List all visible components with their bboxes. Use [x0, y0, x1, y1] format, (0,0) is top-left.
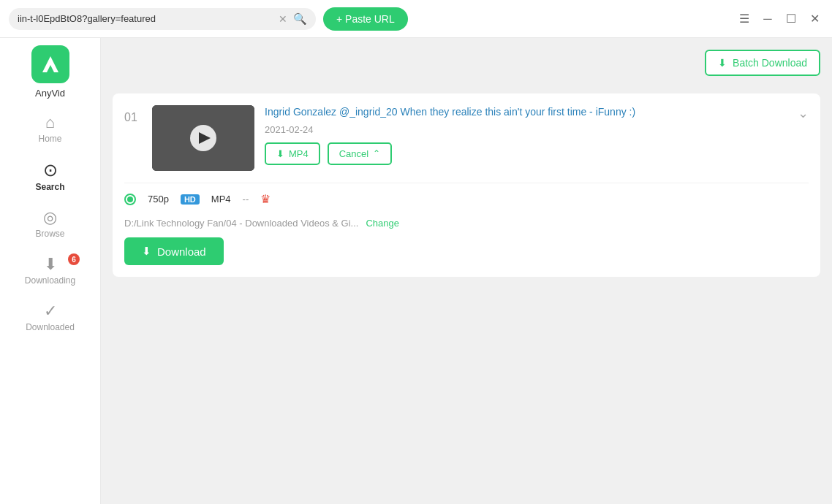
expand-icon[interactable]: ⌄ [798, 105, 809, 121]
format-type: MP4 [211, 194, 231, 205]
chevron-up-icon: ⌃ [373, 148, 380, 159]
sidebar-label-downloaded: Downloaded [26, 322, 75, 332]
download-icon: ⬇ [142, 245, 151, 258]
batch-download-button[interactable]: ⬇ Batch Download [705, 50, 820, 76]
minimize-icon[interactable]: ─ [759, 10, 776, 28]
url-bar[interactable]: iin-t-l0EpdBtO8?gallery=featured ✕ 🔍 [9, 8, 316, 30]
mp4-download-icon: ⬇ [276, 148, 284, 159]
browse-icon: ◎ [43, 210, 57, 226]
premium-icon: ♛ [260, 192, 271, 206]
download-button[interactable]: ⬇ Download [124, 237, 224, 265]
format-row: 750p HD MP4 -- ♛ [124, 183, 809, 212]
maximize-icon[interactable]: ☐ [782, 10, 800, 28]
video-card: 01 Ingrid Gonzalez @_ingrid_20 When they… [113, 93, 820, 277]
video-number: 01 [124, 111, 142, 124]
app-name: AnyVid [35, 88, 65, 99]
sidebar-item-downloading[interactable]: 6 ⬇ Downloading [0, 249, 100, 293]
mp4-button[interactable]: ⬇ MP4 [265, 142, 320, 165]
play-button[interactable] [190, 125, 216, 151]
sidebar-item-home[interactable]: ⌂ Home [0, 107, 100, 151]
video-header: 01 Ingrid Gonzalez @_ingrid_20 When they… [124, 105, 809, 171]
cancel-button[interactable]: Cancel ⌃ [328, 142, 392, 165]
sidebar-item-downloaded[interactable]: ✓ Downloaded [0, 296, 100, 340]
sidebar-label-home: Home [38, 134, 61, 144]
sidebar: AnyVid ⌂ Home ⊙ Search ◎ Browse 6 ⬇ Down… [0, 38, 101, 504]
sidebar-item-search[interactable]: ⊙ Search [0, 154, 100, 199]
downloading-badge: 6 [68, 253, 80, 265]
sidebar-label-browse: Browse [35, 229, 64, 239]
svg-marker-0 [42, 56, 58, 72]
search-nav-icon: ⊙ [43, 161, 58, 179]
home-icon: ⌂ [45, 115, 55, 131]
downloading-icon: ⬇ [44, 256, 57, 272]
window-controls: ☰ ─ ☐ ✕ [735, 10, 823, 28]
titlebar: iin-t-l0EpdBtO8?gallery=featured ✕ 🔍 + P… [0, 0, 832, 38]
clear-url-icon[interactable]: ✕ [279, 14, 287, 24]
cancel-label: Cancel [339, 148, 368, 159]
change-path-link[interactable]: Change [366, 218, 399, 229]
format-bitrate: -- [243, 194, 249, 205]
main-layout: AnyVid ⌂ Home ⊙ Search ◎ Browse 6 ⬇ Down… [0, 38, 832, 504]
format-radio[interactable] [124, 194, 136, 205]
video-thumbnail[interactable] [152, 105, 254, 171]
sidebar-label-downloading: Downloading [25, 275, 75, 286]
batch-download-icon: ⬇ [718, 57, 727, 69]
path-row: D:/Link Technology Fan/04 - Downloaded V… [124, 212, 809, 237]
resolution-label: 750p [148, 194, 169, 205]
video-actions: ⬇ MP4 Cancel ⌃ [265, 142, 787, 165]
mp4-label: MP4 [289, 148, 309, 159]
sidebar-item-browse[interactable]: ◎ Browse [0, 202, 100, 246]
save-path: D:/Link Technology Fan/04 - Downloaded V… [124, 218, 358, 229]
batch-download-label: Batch Download [733, 57, 807, 69]
downloaded-icon: ✓ [44, 303, 57, 319]
sidebar-label-search: Search [35, 182, 64, 192]
menu-icon[interactable]: ☰ [735, 10, 753, 28]
search-icon: 🔍 [293, 12, 307, 26]
app-logo [31, 45, 69, 83]
close-icon[interactable]: ✕ [806, 10, 823, 28]
download-label: Download [157, 245, 206, 258]
video-title: Ingrid Gonzalez @_ingrid_20 When they re… [265, 105, 787, 120]
video-info: Ingrid Gonzalez @_ingrid_20 When they re… [265, 105, 787, 165]
paste-url-button[interactable]: + Paste URL [323, 7, 408, 31]
content-area: ⬇ Batch Download 01 Ingrid Gonzalez @_in… [101, 38, 832, 504]
url-text: iin-t-l0EpdBtO8?gallery=featured [18, 13, 273, 24]
hd-badge: HD [181, 194, 200, 205]
video-date: 2021-02-24 [265, 124, 787, 135]
